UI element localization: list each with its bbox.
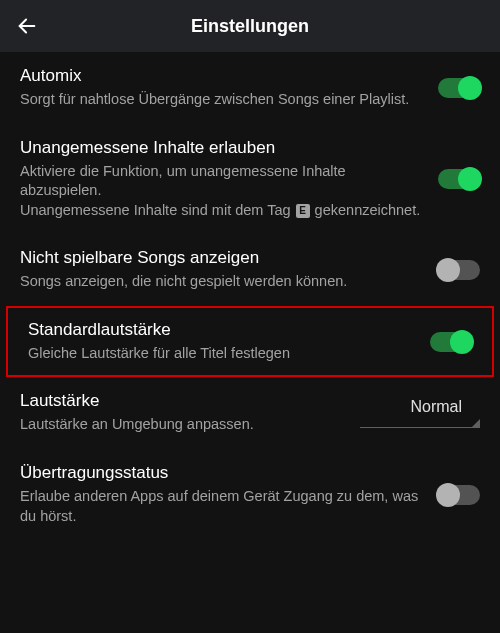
explicit-toggle[interactable] (438, 169, 480, 189)
select-value: Normal (410, 398, 480, 418)
setting-description: Lautstärke an Umgebung anpassen. (20, 415, 346, 435)
setting-title: Lautstärke (20, 391, 346, 411)
setting-title: Nicht spielbare Songs anzeigen (20, 248, 424, 268)
setting-main: LautstärkeLautstärke an Umgebung anpasse… (20, 391, 346, 435)
toggle-knob (458, 167, 482, 191)
volume-level-select[interactable]: Normal (360, 398, 480, 428)
settings-list: AutomixSorgt für nahtlose Übergänge zwis… (0, 52, 500, 540)
toggle-knob (436, 483, 460, 507)
back-button[interactable] (16, 15, 38, 37)
automix-toggle[interactable] (438, 78, 480, 98)
unplayable-toggle[interactable] (438, 260, 480, 280)
setting-main: ÜbertragungsstatusErlaube anderen Apps a… (20, 463, 424, 526)
setting-title: Standardlautstärke (28, 320, 416, 340)
setting-description: Sorgt für nahtlose Übergänge zwischen So… (20, 90, 424, 110)
setting-row-volume-level: LautstärkeLautstärke an Umgebung anpasse… (0, 377, 500, 449)
setting-row-automix: AutomixSorgt für nahtlose Übergänge zwis… (0, 52, 500, 124)
arrow-left-icon (16, 15, 38, 37)
explicit-badge-icon: E (296, 204, 310, 218)
page-title: Einstellungen (0, 16, 500, 37)
setting-row-explicit: Unangemessene Inhalte erlaubenAktiviere … (0, 124, 500, 235)
setting-row-broadcast: ÜbertragungsstatusErlaube anderen Apps a… (0, 449, 500, 540)
toggle-knob (458, 76, 482, 100)
setting-description: Songs anzeigen, die nicht gespielt werde… (20, 272, 424, 292)
setting-row-unplayable: Nicht spielbare Songs anzeigenSongs anze… (0, 234, 500, 306)
header: Einstellungen (0, 0, 500, 52)
setting-main: StandardlautstärkeGleiche Lautstärke für… (28, 320, 416, 364)
setting-title: Übertragungsstatus (20, 463, 424, 483)
setting-title: Automix (20, 66, 424, 86)
toggle-knob (436, 258, 460, 282)
toggle-knob (450, 330, 474, 354)
setting-description: Aktiviere die Funktion, um unangemessene… (20, 162, 424, 221)
setting-main: Unangemessene Inhalte erlaubenAktiviere … (20, 138, 424, 221)
setting-title: Unangemessene Inhalte erlauben (20, 138, 424, 158)
setting-main: AutomixSorgt für nahtlose Übergänge zwis… (20, 66, 424, 110)
setting-description: Erlaube anderen Apps auf deinem Gerät Zu… (20, 487, 424, 526)
broadcast-toggle[interactable] (438, 485, 480, 505)
normalize-toggle[interactable] (430, 332, 472, 352)
setting-row-normalize: StandardlautstärkeGleiche Lautstärke für… (6, 306, 494, 378)
setting-main: Nicht spielbare Songs anzeigenSongs anze… (20, 248, 424, 292)
dropdown-indicator-icon (360, 418, 480, 428)
setting-description: Gleiche Lautstärke für alle Titel festle… (28, 344, 416, 364)
